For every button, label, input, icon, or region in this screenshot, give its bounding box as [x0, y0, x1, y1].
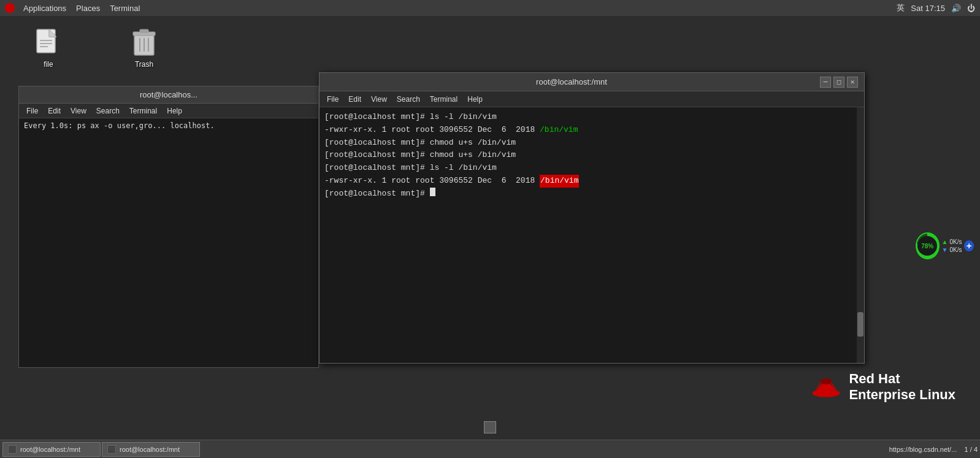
- redhat-menu-icon: [5, 3, 15, 13]
- taskbar-item-2[interactable]: root@localhost:/mnt: [102, 442, 200, 457]
- term-bg-search[interactable]: Search: [93, 105, 123, 116]
- table-row: -rwxr-xr-x. 1 root root 3096552 Dec 6 20…: [324, 124, 859, 137]
- prompt: [root@localhost mnt]#: [324, 149, 430, 162]
- net-usage-circle: 78%: [916, 232, 940, 259]
- taskbar-icon-2: [107, 445, 116, 454]
- output-highlight-green: /bin/vim: [540, 124, 578, 137]
- output-text: -rwsr-xr-x. 1 root root 3096552 Dec 6 20…: [324, 175, 540, 188]
- lang-indicator: 英: [897, 2, 905, 13]
- command: chmod u+s /bin/vim: [430, 137, 516, 150]
- taskbar-item-1[interactable]: root@localhost:/mnt: [2, 442, 101, 457]
- page-url: https://blog.csdn.net/...: [889, 446, 957, 453]
- top-right-area: 英 Sat 17:15 🔊 ⏻: [897, 2, 975, 13]
- terminal-main-title: root@localhost:/mnt: [326, 77, 817, 86]
- desktop-icon-trash[interactable]: Trash: [123, 28, 166, 69]
- taskbar: root@localhost:/mnt root@localhost:/mnt …: [0, 440, 980, 458]
- term-main-terminal[interactable]: Terminal: [426, 94, 461, 105]
- svg-point-12: [821, 378, 832, 384]
- command: ls -l /bin/vim: [430, 162, 497, 175]
- term-bg-help[interactable]: Help: [163, 105, 186, 116]
- page-indicator: 1 / 4: [965, 446, 978, 453]
- net-add-button[interactable]: +: [964, 240, 974, 251]
- redhat-logo: Red Hat Enterprise Linux: [811, 371, 955, 403]
- terminal-bg-content: Every 1.0s: ps ax -o user,gro... localho…: [19, 118, 318, 134]
- redhat-hat-icon: [811, 375, 841, 399]
- terminal-main-window[interactable]: root@localhost:/mnt ─ □ ✕ File Edit View…: [319, 72, 865, 364]
- redhat-text: Red Hat Enterprise Linux: [849, 371, 955, 403]
- power-icon[interactable]: ⏻: [967, 4, 975, 13]
- term-main-file[interactable]: File: [323, 94, 342, 105]
- upload-speed: 0K/s: [949, 239, 962, 245]
- net-speeds-panel: ▲ 0K/s ▼ 0K/s: [942, 239, 962, 253]
- terminal-bg-menubar: File Edit View Search Terminal Help: [19, 104, 318, 118]
- prompt: [root@localhost mnt]#: [324, 137, 430, 150]
- terminal-scrollbar[interactable]: [857, 107, 864, 363]
- table-row: [root@localhost mnt]# chmod u+s /bin/vim: [324, 137, 859, 150]
- command: chmod u+s /bin/vim: [430, 149, 516, 162]
- prompt: [root@localhost mnt]#: [324, 188, 430, 200]
- prompt: [root@localhost mnt]#: [324, 162, 430, 175]
- terminal-main-content: [root@localhost mnt]# ls -l /bin/vim -rw…: [320, 107, 864, 204]
- term-bg-terminal[interactable]: Terminal: [126, 105, 161, 116]
- clock: Sat 17:15: [911, 4, 945, 13]
- net-circle-inner: 78%: [917, 236, 937, 256]
- scrollbar-thumb[interactable]: [857, 312, 863, 337]
- taskbar-label-1: root@localhost:/mnt: [20, 446, 80, 453]
- redhat-line1: Red Hat: [849, 371, 955, 387]
- prompt: [root@localhost mnt]#: [324, 111, 430, 124]
- table-row: -rwsr-xr-x. 1 root root 3096552 Dec 6 20…: [324, 175, 859, 188]
- download-speed: 0K/s: [949, 246, 962, 253]
- terminal-bg-titlebar: root@localhos...: [19, 86, 318, 104]
- svg-rect-7: [140, 29, 148, 32]
- resize-handle[interactable]: [484, 421, 496, 433]
- terminal-main-menubar: File Edit View Search Terminal Help: [320, 91, 864, 107]
- output-highlight-red: /bin/vim: [540, 175, 579, 188]
- terminal-main-titlebar: root@localhost:/mnt ─ □ ✕: [320, 73, 864, 91]
- file-icon-label: file: [44, 60, 53, 69]
- terminal-bg-line: Every 1.0s: ps ax -o user,gro... localho…: [24, 121, 215, 130]
- table-row: [root@localhost mnt]# chmod u+s /bin/vim: [324, 149, 859, 162]
- trash-icon: [129, 28, 159, 58]
- terminal-background-window[interactable]: root@localhos... File Edit View Search T…: [18, 86, 319, 368]
- volume-icon[interactable]: 🔊: [951, 4, 961, 13]
- download-speed-row: ▼ 0K/s: [942, 246, 962, 253]
- term-bg-view[interactable]: View: [67, 105, 90, 116]
- upload-speed-row: ▲ 0K/s: [942, 239, 962, 245]
- table-row: [root@localhost mnt]# ls -l /bin/vim: [324, 162, 859, 175]
- terminal-menu[interactable]: Terminal: [105, 2, 145, 14]
- term-main-edit[interactable]: Edit: [345, 94, 365, 105]
- download-arrow-icon: ▼: [942, 246, 948, 253]
- table-row: [root@localhost mnt]#: [324, 188, 859, 200]
- desktop: file Trash root@localhos... File Edit Vi…: [0, 16, 980, 440]
- net-percent: 78%: [921, 243, 933, 250]
- taskbar-right: https://blog.csdn.net/... 1 / 4: [889, 446, 978, 453]
- maximize-button[interactable]: □: [833, 77, 844, 88]
- term-main-view[interactable]: View: [367, 94, 391, 105]
- upload-arrow-icon: ▲: [942, 239, 948, 245]
- file-icon: [34, 28, 63, 58]
- terminal-bg-title: root@localhos...: [24, 90, 313, 99]
- minimize-button[interactable]: ─: [820, 77, 831, 88]
- command: ls -l /bin/vim: [430, 111, 497, 124]
- output-text: -rwxr-xr-x. 1 root root 3096552 Dec 6 20…: [324, 124, 540, 137]
- term-bg-file[interactable]: File: [23, 105, 42, 116]
- cursor: [430, 188, 435, 196]
- term-bg-edit[interactable]: Edit: [44, 105, 64, 116]
- top-menubar: Applications Places Terminal 英 Sat 17:15…: [0, 0, 980, 16]
- taskbar-label-2: root@localhost:/mnt: [120, 446, 180, 453]
- term-main-help[interactable]: Help: [464, 94, 486, 105]
- trash-icon-label: Trash: [135, 60, 153, 69]
- network-monitor-widget[interactable]: 78% ▲ 0K/s ▼ 0K/s +: [916, 231, 974, 261]
- taskbar-icon-1: [8, 445, 17, 454]
- places-menu[interactable]: Places: [71, 2, 105, 14]
- redhat-line2: Enterprise Linux: [849, 387, 955, 403]
- applications-menu[interactable]: Applications: [18, 2, 71, 14]
- table-row: [root@localhost mnt]# ls -l /bin/vim: [324, 111, 859, 124]
- close-button[interactable]: ✕: [847, 77, 858, 88]
- term-main-search[interactable]: Search: [393, 94, 424, 105]
- desktop-icon-file[interactable]: file: [27, 28, 70, 69]
